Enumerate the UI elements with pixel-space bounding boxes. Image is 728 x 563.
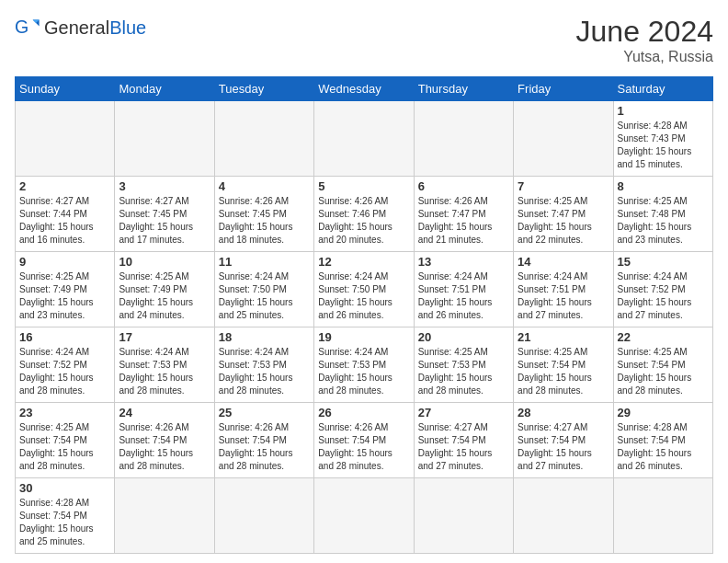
day-number: 30 <box>19 481 110 495</box>
day-number: 18 <box>219 330 310 344</box>
day-number: 6 <box>418 179 509 193</box>
day-info: Sunrise: 4:26 AM Sunset: 7:46 PM Dayligh… <box>318 195 409 247</box>
calendar-cell <box>613 478 712 554</box>
day-info: Sunrise: 4:27 AM Sunset: 7:44 PM Dayligh… <box>19 195 110 247</box>
day-info: Sunrise: 4:25 AM Sunset: 7:54 PM Dayligh… <box>518 346 609 397</box>
day-number: 5 <box>318 179 409 193</box>
day-info: Sunrise: 4:27 AM Sunset: 7:54 PM Dayligh… <box>518 421 609 473</box>
day-info: Sunrise: 4:24 AM Sunset: 7:53 PM Dayligh… <box>318 346 409 397</box>
weekday-header-saturday: Saturday <box>613 77 712 101</box>
day-info: Sunrise: 4:25 AM Sunset: 7:54 PM Dayligh… <box>618 346 709 397</box>
day-number: 26 <box>318 406 409 419</box>
day-number: 15 <box>618 255 709 269</box>
calendar-cell <box>214 101 313 177</box>
month-title: June 2024 <box>576 15 713 49</box>
calendar-table: SundayMondayTuesdayWednesdayThursdayFrid… <box>15 76 713 554</box>
day-number: 27 <box>418 406 509 419</box>
calendar-cell: 28Sunrise: 4:27 AM Sunset: 7:54 PM Dayli… <box>514 403 613 478</box>
day-info: Sunrise: 4:26 AM Sunset: 7:45 PM Dayligh… <box>219 195 310 247</box>
day-info: Sunrise: 4:27 AM Sunset: 7:45 PM Dayligh… <box>119 195 210 247</box>
svg-text:G: G <box>15 17 28 37</box>
calendar-cell: 13Sunrise: 4:24 AM Sunset: 7:51 PM Dayli… <box>414 252 513 327</box>
day-info: Sunrise: 4:24 AM Sunset: 7:52 PM Dayligh… <box>19 346 110 397</box>
title-block: June 2024 Yutsa, Russia <box>576 15 713 65</box>
calendar-week-row: 30Sunrise: 4:28 AM Sunset: 7:54 PM Dayli… <box>16 478 713 554</box>
day-number: 20 <box>418 330 509 344</box>
calendar-cell: 20Sunrise: 4:25 AM Sunset: 7:53 PM Dayli… <box>414 327 513 403</box>
day-info: Sunrise: 4:26 AM Sunset: 7:54 PM Dayligh… <box>219 421 310 473</box>
weekday-header-thursday: Thursday <box>414 77 513 101</box>
day-info: Sunrise: 4:24 AM Sunset: 7:52 PM Dayligh… <box>618 270 709 322</box>
weekday-header-tuesday: Tuesday <box>214 77 313 101</box>
calendar-cell: 10Sunrise: 4:25 AM Sunset: 7:49 PM Dayli… <box>115 252 214 327</box>
calendar-cell: 8Sunrise: 4:25 AM Sunset: 7:48 PM Daylig… <box>613 177 712 252</box>
weekday-header-friday: Friday <box>514 77 613 101</box>
day-number: 9 <box>19 255 110 269</box>
calendar-cell: 24Sunrise: 4:26 AM Sunset: 7:54 PM Dayli… <box>115 403 214 478</box>
day-info: Sunrise: 4:28 AM Sunset: 7:54 PM Dayligh… <box>19 497 110 548</box>
calendar-cell: 17Sunrise: 4:24 AM Sunset: 7:53 PM Dayli… <box>115 327 214 403</box>
calendar-cell: 1Sunrise: 4:28 AM Sunset: 7:43 PM Daylig… <box>613 101 712 177</box>
calendar-cell: 14Sunrise: 4:24 AM Sunset: 7:51 PM Dayli… <box>514 252 613 327</box>
calendar-week-row: 23Sunrise: 4:25 AM Sunset: 7:54 PM Dayli… <box>16 403 713 478</box>
day-number: 11 <box>219 255 310 269</box>
calendar-cell <box>414 478 513 554</box>
calendar-cell <box>115 101 214 177</box>
calendar-cell <box>16 101 115 177</box>
calendar-week-row: 1Sunrise: 4:28 AM Sunset: 7:43 PM Daylig… <box>16 101 713 177</box>
day-number: 12 <box>318 255 409 269</box>
day-number: 4 <box>219 179 310 193</box>
day-info: Sunrise: 4:26 AM Sunset: 7:47 PM Dayligh… <box>418 195 509 247</box>
calendar-cell: 4Sunrise: 4:26 AM Sunset: 7:45 PM Daylig… <box>214 177 313 252</box>
calendar-cell <box>514 101 613 177</box>
calendar-cell: 7Sunrise: 4:25 AM Sunset: 7:47 PM Daylig… <box>514 177 613 252</box>
weekday-header-wednesday: Wednesday <box>314 77 414 101</box>
calendar-cell: 15Sunrise: 4:24 AM Sunset: 7:52 PM Dayli… <box>613 252 712 327</box>
calendar-cell: 29Sunrise: 4:28 AM Sunset: 7:54 PM Dayli… <box>613 403 712 478</box>
calendar-cell <box>514 478 613 554</box>
day-info: Sunrise: 4:24 AM Sunset: 7:50 PM Dayligh… <box>219 270 310 322</box>
calendar-cell <box>414 101 513 177</box>
weekday-header-sunday: Sunday <box>16 77 115 101</box>
day-info: Sunrise: 4:24 AM Sunset: 7:53 PM Dayligh… <box>219 346 310 397</box>
calendar-week-row: 2Sunrise: 4:27 AM Sunset: 7:44 PM Daylig… <box>16 177 713 252</box>
calendar-cell: 26Sunrise: 4:26 AM Sunset: 7:54 PM Dayli… <box>314 403 414 478</box>
day-number: 8 <box>618 179 709 193</box>
calendar-cell: 16Sunrise: 4:24 AM Sunset: 7:52 PM Dayli… <box>16 327 115 403</box>
page-header: G GeneralBlue June 2024 Yutsa, Russia <box>15 15 713 65</box>
day-info: Sunrise: 4:26 AM Sunset: 7:54 PM Dayligh… <box>119 421 210 473</box>
day-number: 17 <box>119 330 210 344</box>
day-number: 1 <box>618 104 709 118</box>
calendar-cell: 11Sunrise: 4:24 AM Sunset: 7:50 PM Dayli… <box>214 252 313 327</box>
day-number: 2 <box>19 179 110 193</box>
day-number: 25 <box>219 406 310 419</box>
day-number: 21 <box>518 330 609 344</box>
logo: G GeneralBlue <box>15 15 146 40</box>
day-number: 13 <box>418 255 509 269</box>
day-info: Sunrise: 4:25 AM Sunset: 7:53 PM Dayligh… <box>418 346 509 397</box>
day-number: 28 <box>518 406 609 419</box>
calendar-cell: 6Sunrise: 4:26 AM Sunset: 7:47 PM Daylig… <box>414 177 513 252</box>
calendar-cell: 18Sunrise: 4:24 AM Sunset: 7:53 PM Dayli… <box>214 327 313 403</box>
day-number: 22 <box>618 330 709 344</box>
calendar-cell: 19Sunrise: 4:24 AM Sunset: 7:53 PM Dayli… <box>314 327 414 403</box>
calendar-cell: 27Sunrise: 4:27 AM Sunset: 7:54 PM Dayli… <box>414 403 513 478</box>
day-info: Sunrise: 4:28 AM Sunset: 7:54 PM Dayligh… <box>618 421 709 473</box>
day-info: Sunrise: 4:25 AM Sunset: 7:48 PM Dayligh… <box>618 195 709 247</box>
calendar-cell: 22Sunrise: 4:25 AM Sunset: 7:54 PM Dayli… <box>613 327 712 403</box>
day-number: 10 <box>119 255 210 269</box>
calendar-cell: 3Sunrise: 4:27 AM Sunset: 7:45 PM Daylig… <box>115 177 214 252</box>
day-info: Sunrise: 4:24 AM Sunset: 7:50 PM Dayligh… <box>318 270 409 322</box>
day-info: Sunrise: 4:24 AM Sunset: 7:51 PM Dayligh… <box>518 270 609 322</box>
calendar-cell: 9Sunrise: 4:25 AM Sunset: 7:49 PM Daylig… <box>16 252 115 327</box>
calendar-cell <box>314 478 414 554</box>
day-number: 7 <box>518 179 609 193</box>
calendar-cell: 25Sunrise: 4:26 AM Sunset: 7:54 PM Dayli… <box>214 403 313 478</box>
logo-text: GeneralBlue <box>44 17 146 38</box>
calendar-week-row: 16Sunrise: 4:24 AM Sunset: 7:52 PM Dayli… <box>16 327 713 403</box>
day-number: 3 <box>119 179 210 193</box>
day-number: 29 <box>618 406 709 419</box>
day-info: Sunrise: 4:25 AM Sunset: 7:54 PM Dayligh… <box>19 421 110 473</box>
day-number: 19 <box>318 330 409 344</box>
calendar-cell <box>115 478 214 554</box>
